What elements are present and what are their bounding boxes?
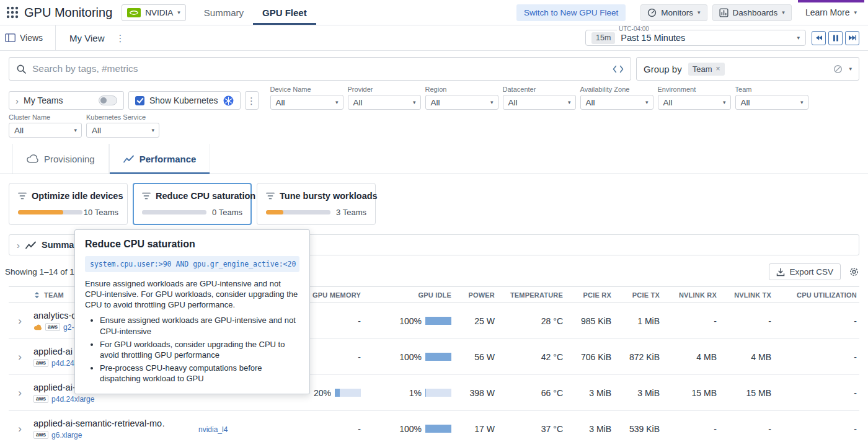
row-expander-icon[interactable]: ›	[18, 315, 22, 327]
filter-provider: ProviderAll▾	[348, 86, 421, 110]
filter-value: All	[741, 98, 800, 107]
search-input[interactable]	[32, 63, 607, 74]
filter-select-provider[interactable]: All▾	[348, 95, 421, 110]
raw-query-code-icon[interactable]	[613, 65, 624, 73]
filter-select-region[interactable]: All▾	[425, 95, 498, 110]
column-header-nvlink_tx[interactable]: NVLINK TX	[719, 287, 774, 303]
gpu-idle-value: 100%	[399, 424, 422, 434]
export-csv-label: Export CSV	[789, 267, 833, 276]
chevron-down-icon: ▾	[413, 100, 416, 105]
instance-type[interactable]: g6.xlarge	[51, 431, 82, 440]
pcie-rx-value: 706 KiB	[565, 339, 614, 375]
time-forward-button[interactable]	[845, 31, 859, 45]
learn-more-button[interactable]: Learn More ▾	[798, 0, 864, 25]
cloud-provider-icon	[33, 324, 42, 330]
tab-performance[interactable]: Performance	[109, 144, 211, 174]
filter-label: Provider	[348, 86, 421, 93]
search-box	[9, 57, 631, 81]
org-selector[interactable]: NVIDIA ▾	[122, 4, 186, 21]
time-pause-button[interactable]	[828, 31, 843, 45]
nvlink-rx-value: -	[662, 411, 719, 442]
dashboards-icon	[719, 8, 728, 17]
card-progress-bar	[266, 210, 330, 214]
top-tab-summary[interactable]: Summary	[195, 0, 253, 25]
top-tab-gpu-fleet[interactable]: GPU Fleet	[253, 0, 316, 25]
row-expander-icon[interactable]: ›	[18, 423, 22, 435]
switch-to-new-gpu-fleet-button[interactable]: Switch to New GPU Fleet	[516, 4, 626, 21]
pcie-tx-value: 1 MiB	[614, 303, 662, 339]
group-by-tag-team[interactable]: Team ×	[688, 63, 725, 76]
filter-value: All	[663, 98, 723, 107]
performance-icon	[123, 155, 134, 163]
column-header-pcie_rx[interactable]: PCIE RX	[565, 287, 614, 303]
filter-select-environment[interactable]: All▾	[658, 95, 731, 110]
remove-tag-icon[interactable]: ×	[716, 64, 720, 73]
chevron-right-icon: ›	[16, 96, 19, 105]
rewind-icon	[815, 35, 822, 41]
instance-type[interactable]: p4d.24xlarge	[51, 395, 94, 404]
insight-card-optimize-idle-devices[interactable]: Optimize idle devices10 Teams	[9, 183, 128, 225]
card-progress-bar	[142, 210, 206, 214]
filter-select-device-name[interactable]: All▾	[270, 95, 343, 110]
monitors-button[interactable]: Monitors ▾	[640, 4, 707, 21]
filter-region: RegionAll▾	[425, 86, 498, 110]
filter-icon	[18, 192, 27, 200]
time-range-selector[interactable]: UTC-04:00 15m Past 15 Minutes ▾	[585, 30, 806, 46]
show-kubernetes-checkbox[interactable]	[135, 96, 144, 105]
pause-icon	[833, 35, 839, 42]
dashboards-button[interactable]: Dashboards ▾	[712, 4, 792, 21]
filter-value: All	[431, 98, 490, 107]
group-by-control[interactable]: Group by Team × ▾	[636, 57, 859, 81]
insight-card-tune-bursty-workloads[interactable]: Tune bursty workloads3 Teams	[257, 183, 376, 225]
table-row[interactable]: ›applied-ai-semantic-retrieval-mo…awsg6.…	[9, 411, 859, 442]
row-expander-icon[interactable]: ›	[18, 351, 22, 363]
top-tabs: SummaryGPU Fleet	[195, 0, 316, 25]
showing-count: Showing 1–14 of 14	[5, 267, 79, 276]
column-header-temperature[interactable]: TEMPERATURE	[497, 287, 565, 303]
my-teams-toggle[interactable]	[99, 95, 117, 105]
tab-provisioning[interactable]: Provisioning	[12, 144, 109, 174]
aws-badge: aws	[33, 395, 48, 403]
column-header-gpu_idle[interactable]: GPU IDLE	[363, 287, 454, 303]
view-options-kebab-icon[interactable]: ⋮	[116, 33, 125, 43]
filter-select-team[interactable]: All▾	[735, 95, 808, 110]
column-header-nvlink_rx[interactable]: NVLINK RX	[662, 287, 719, 303]
insight-card-reduce-cpu-saturation[interactable]: Reduce CPU saturation0 Teams	[133, 183, 252, 225]
tooltip-title: Reduce CPU saturation	[85, 239, 299, 250]
column-header-cpu_utilization[interactable]: CPU UTILIZATION	[774, 287, 859, 303]
group-by-tag-label: Team	[693, 64, 712, 74]
filter-value: All	[586, 98, 645, 107]
chevron-down-icon: ▾	[151, 128, 154, 133]
nvlink-rx-value: 15 MB	[662, 375, 719, 411]
filter-select-datacenter[interactable]: All▾	[503, 95, 576, 110]
org-name: NVIDIA	[145, 8, 173, 17]
filter-select-availability-zone[interactable]: All▾	[580, 95, 653, 110]
chevron-down-icon: ▾	[723, 100, 726, 105]
column-header-power[interactable]: POWER	[454, 287, 497, 303]
filter-select-kubernetes-service[interactable]: All▾	[86, 123, 159, 138]
filter-options-kebab[interactable]: ⋮	[245, 91, 259, 110]
column-header-pcie_tx[interactable]: PCIE TX	[614, 287, 662, 303]
clear-group-by-icon[interactable]	[833, 64, 843, 74]
value-bar	[335, 389, 361, 397]
filter-availability-zone: Availability ZoneAll▾	[580, 86, 653, 110]
time-backward-button[interactable]	[812, 31, 826, 45]
filter-value: All	[353, 98, 413, 107]
table-settings-button[interactable]	[849, 267, 859, 277]
show-kubernetes-control[interactable]: Show Kubernetes	[128, 91, 241, 110]
filter-select-cluster-name[interactable]: All▾	[9, 123, 82, 138]
device-name[interactable]: nvidia_l4	[198, 425, 228, 434]
app-grid-icon[interactable]	[5, 5, 20, 20]
export-csv-button[interactable]: Export CSV	[769, 263, 841, 280]
page-title: GPU Monitoring	[24, 6, 112, 20]
views-panel-icon	[5, 33, 16, 42]
cpu-utilization-value: -	[774, 303, 859, 339]
my-teams-control[interactable]: › My Teams	[9, 91, 124, 110]
views-menu[interactable]: Views	[5, 33, 55, 43]
gpu-memory-value: 20%	[314, 388, 331, 398]
chevron-down-icon: ▾	[854, 10, 857, 15]
row-expander-icon[interactable]: ›	[18, 387, 22, 399]
top-navigation-bar: GPU Monitoring NVIDIA ▾ SummaryGPU Fleet…	[0, 0, 868, 25]
tooltip-description: Ensure assigned workloads are GPU-intens…	[85, 278, 299, 310]
fast-forward-icon	[849, 35, 856, 41]
